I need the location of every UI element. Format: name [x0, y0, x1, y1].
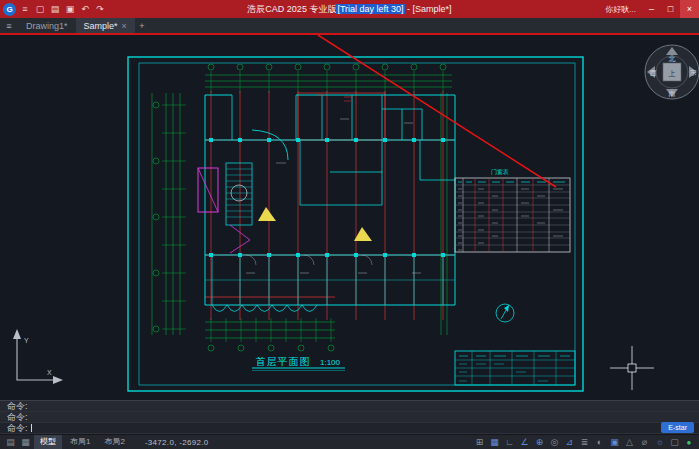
- caption-text: 首层平面图: [256, 356, 311, 367]
- balcony-arcs: [212, 305, 317, 312]
- lineweight-toggle-icon[interactable]: ≣: [578, 435, 591, 449]
- schedule-table-title: 门窗表: [491, 168, 509, 176]
- status-bar: ▤ ▦ 模型 布局1 布局2 -3472.0, -2692.0 ⊞ ▦ ∟ ∠ …: [0, 434, 699, 449]
- close-tab-icon[interactable]: ×: [122, 21, 127, 31]
- title-bar: G ≡ ▢ ▤ ▣ ↶ ↷ 浩辰CAD 2025 专业版[Trial day l…: [0, 0, 699, 18]
- osnap-toggle-icon[interactable]: ⊕: [533, 435, 546, 449]
- cycling-toggle-icon[interactable]: ▣: [608, 435, 621, 449]
- clean-screen-icon[interactable]: ▢: [668, 435, 681, 449]
- snap-toggle-icon[interactable]: ⊞: [473, 435, 486, 449]
- drawing-caption: 首层平面图 1:100: [252, 356, 345, 371]
- annotation-line: [318, 35, 556, 187]
- grid-toggle-icon[interactable]: ▦: [488, 435, 501, 449]
- crosshair-cursor: [610, 346, 654, 390]
- layout-grid-icon[interactable]: ▦: [19, 435, 32, 449]
- schedule-table: 门窗表: [455, 168, 570, 252]
- tab-drawing1[interactable]: Drawing1*: [18, 18, 76, 33]
- maximize-button[interactable]: □: [661, 0, 680, 18]
- caption-scale: 1:100: [320, 358, 341, 367]
- polar-toggle-icon[interactable]: ∠: [518, 435, 531, 449]
- menu-icon[interactable]: ≡: [20, 4, 30, 14]
- estar-badge[interactable]: E-star: [661, 422, 694, 433]
- drawing-canvas[interactable]: 门窗表 首层平面图 1:100: [0, 35, 699, 400]
- dyn-toggle-icon[interactable]: ⊿: [563, 435, 576, 449]
- tab-sample[interactable]: Sample* ×: [76, 18, 135, 33]
- drawing-viewport[interactable]: 门窗表 首层平面图 1:100: [0, 35, 699, 400]
- compass-east-label: 东: [690, 69, 697, 76]
- units-icon[interactable]: ⌀: [638, 435, 651, 449]
- close-button[interactable]: ×: [680, 0, 699, 18]
- sheet-border: [128, 57, 583, 391]
- window-title: 浩辰CAD 2025 专业版[Trial day left 30] - [Sam…: [120, 3, 579, 16]
- document-tab-bar: ≡ Drawing1* Sample* × +: [0, 18, 699, 35]
- compass-south-label: 南: [669, 90, 676, 97]
- user-greeting[interactable]: 你好耿...: [605, 4, 636, 15]
- tab-menu-icon[interactable]: ≡: [0, 18, 18, 33]
- tab-label: Sample*: [84, 21, 118, 31]
- ucs-x-label: X: [47, 369, 52, 376]
- estar-status-icon[interactable]: ●: [683, 438, 695, 447]
- model-tab[interactable]: 模型: [34, 435, 62, 449]
- workspace-icon[interactable]: ☼: [653, 435, 666, 449]
- command-panel: 命令: 命令: 命令: E-star: [0, 400, 699, 434]
- ucs-y-label: Y: [24, 337, 29, 344]
- app-logo-icon[interactable]: G: [3, 3, 16, 16]
- compass-west-label: 西: [650, 69, 657, 77]
- ortho-toggle-icon[interactable]: ∟: [503, 435, 516, 449]
- new-file-icon[interactable]: ▢: [35, 4, 45, 14]
- compass-up-label: 上: [669, 70, 676, 77]
- layout1-tab[interactable]: 布局1: [64, 435, 96, 449]
- tab-label: Drawing1*: [26, 21, 68, 31]
- hatch-marks: [258, 207, 372, 241]
- text-caret: [31, 424, 32, 432]
- dimension-chains: [152, 64, 452, 351]
- save-icon[interactable]: ▣: [65, 4, 75, 14]
- room-annotations: [246, 119, 421, 273]
- layout2-tab[interactable]: 布局2: [98, 435, 130, 449]
- otrack-toggle-icon[interactable]: ◎: [548, 435, 561, 449]
- transparency-toggle-icon[interactable]: ◐: [593, 435, 606, 449]
- axis-grid-lines: [205, 91, 455, 320]
- command-history-line-2: 命令:: [0, 412, 699, 423]
- new-tab-button[interactable]: +: [135, 18, 149, 33]
- quick-view-icon[interactable]: ▤: [4, 435, 17, 449]
- command-input[interactable]: 命令:: [0, 423, 699, 434]
- open-file-icon[interactable]: ▤: [50, 4, 60, 14]
- title-block: [455, 351, 575, 385]
- view-compass[interactable]: 北 南 西 东 上: [645, 45, 699, 99]
- ucs-icon: Y X: [13, 329, 63, 384]
- door-arcs: [246, 255, 372, 265]
- quick-access-toolbar: ≡ ▢ ▤ ▣ ↶ ↷: [20, 4, 105, 14]
- north-arrow: [496, 304, 514, 322]
- trial-highlight: [Trial day left 30]: [336, 4, 404, 14]
- coordinates-readout: -3472.0, -2692.0: [145, 438, 209, 447]
- undo-icon[interactable]: ↶: [80, 4, 90, 14]
- command-history-line-1: 命令:: [0, 401, 699, 412]
- annotation-toggle-icon[interactable]: △: [623, 435, 636, 449]
- stair-core: [198, 163, 252, 253]
- minimize-button[interactable]: –: [642, 0, 661, 18]
- redo-icon[interactable]: ↷: [95, 4, 105, 14]
- compass-north-label: 北: [669, 55, 676, 63]
